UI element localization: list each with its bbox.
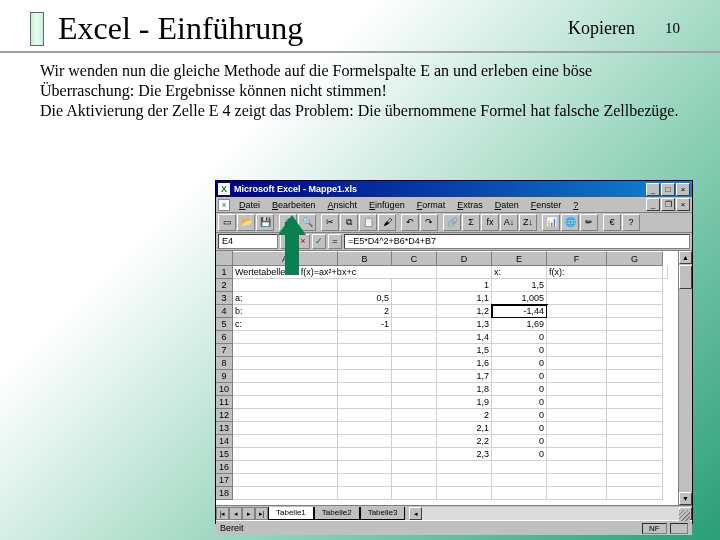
cell[interactable]: 0 [492, 357, 547, 370]
hyperlink-icon[interactable]: 🔗 [443, 214, 461, 231]
doc-restore-button[interactable]: ❐ [661, 198, 675, 211]
cell[interactable] [547, 409, 607, 422]
cell[interactable] [547, 318, 607, 331]
cell[interactable] [547, 370, 607, 383]
cell[interactable] [392, 487, 437, 500]
cell[interactable] [392, 370, 437, 383]
cell[interactable] [233, 474, 338, 487]
cell[interactable] [437, 266, 492, 279]
cell[interactable] [392, 318, 437, 331]
cell[interactable]: 1,8 [437, 383, 492, 396]
cell[interactable]: 1,4 [437, 331, 492, 344]
scroll-thumb[interactable] [679, 265, 692, 289]
cell[interactable] [547, 422, 607, 435]
cell[interactable]: 1,7 [437, 370, 492, 383]
select-all-corner[interactable] [216, 251, 233, 266]
cell[interactable] [547, 461, 607, 474]
row-header-7[interactable]: 7 [216, 344, 233, 357]
formula-input[interactable]: =E5*D4^2+B6*D4+B7 [344, 234, 690, 249]
cell[interactable] [233, 357, 338, 370]
cell[interactable]: 1,5 [492, 279, 547, 292]
cell[interactable] [392, 357, 437, 370]
cell[interactable] [547, 487, 607, 500]
menu-bearbeiten[interactable]: Bearbeiten [266, 200, 322, 210]
format-painter-icon[interactable]: 🖌 [378, 214, 396, 231]
menu-einfügen[interactable]: Einfügen [363, 200, 411, 210]
col-header-F[interactable]: F [547, 251, 607, 266]
scroll-left-icon[interactable]: ◂ [409, 507, 422, 520]
cell[interactable]: 2 [338, 305, 392, 318]
titlebar[interactable]: X Microsoft Excel - Mappe1.xls _ □ × [216, 181, 692, 197]
tab-last-icon[interactable]: ▸| [255, 507, 268, 520]
cell[interactable]: 1,3 [437, 318, 492, 331]
cell[interactable] [607, 370, 663, 383]
cell[interactable] [233, 461, 338, 474]
cell[interactable]: f(x): [547, 266, 607, 279]
cell[interactable]: 0 [492, 344, 547, 357]
cell[interactable] [392, 279, 437, 292]
cell[interactable] [338, 383, 392, 396]
scroll-down-icon[interactable]: ▼ [679, 492, 692, 505]
autosum-icon[interactable]: Σ [462, 214, 480, 231]
cell[interactable]: 0 [492, 331, 547, 344]
cut-icon[interactable]: ✂ [321, 214, 339, 231]
cell[interactable] [547, 357, 607, 370]
open-file-icon[interactable]: 📂 [237, 214, 255, 231]
menu-format[interactable]: Format [411, 200, 452, 210]
cell[interactable] [607, 331, 663, 344]
cell[interactable]: Wertetabelle für f(x)=ax²+bx+c [233, 266, 437, 279]
cell[interactable] [607, 487, 663, 500]
name-box[interactable]: E4 [218, 234, 278, 249]
row-header-3[interactable]: 3 [216, 292, 233, 305]
cell[interactable]: c: [233, 318, 338, 331]
cell[interactable] [607, 422, 663, 435]
col-header-G[interactable]: G [607, 251, 663, 266]
doc-minimize-button[interactable]: _ [646, 198, 660, 211]
cell[interactable] [392, 331, 437, 344]
row-header-18[interactable]: 18 [216, 487, 233, 500]
col-header-E[interactable]: E [492, 251, 547, 266]
doc-close-button[interactable]: × [676, 198, 690, 211]
cell[interactable] [338, 461, 392, 474]
row-header-4[interactable]: 4 [216, 305, 233, 318]
edit-formula-icon[interactable]: = [328, 234, 342, 249]
row-header-15[interactable]: 15 [216, 448, 233, 461]
cell[interactable] [607, 383, 663, 396]
cell[interactable] [607, 448, 663, 461]
menu-?[interactable]: ? [567, 200, 584, 210]
cell[interactable] [233, 487, 338, 500]
cell[interactable] [233, 331, 338, 344]
cell[interactable]: 0 [492, 422, 547, 435]
cell[interactable]: 2 [437, 409, 492, 422]
cell[interactable] [233, 422, 338, 435]
sheet-tab-tabelle1[interactable]: Tabelle1 [268, 507, 314, 520]
cell[interactable] [233, 344, 338, 357]
cell[interactable] [392, 448, 437, 461]
document-icon[interactable]: x [218, 199, 230, 211]
row-header-13[interactable]: 13 [216, 422, 233, 435]
cell[interactable] [338, 279, 392, 292]
cell[interactable] [338, 331, 392, 344]
cell[interactable] [392, 422, 437, 435]
row-header-8[interactable]: 8 [216, 357, 233, 370]
cell[interactable] [547, 331, 607, 344]
row-header-17[interactable]: 17 [216, 474, 233, 487]
cell[interactable] [607, 409, 663, 422]
close-button[interactable]: × [676, 183, 690, 196]
cell[interactable] [547, 396, 607, 409]
cell[interactable] [392, 305, 437, 318]
cell[interactable] [607, 461, 663, 474]
cell[interactable] [547, 435, 607, 448]
cell[interactable]: 0 [492, 370, 547, 383]
resize-grip-icon[interactable] [679, 510, 690, 521]
cell[interactable] [338, 487, 392, 500]
cell[interactable]: 1,5 [437, 344, 492, 357]
cell[interactable] [547, 383, 607, 396]
sort-asc-icon[interactable]: A↓ [500, 214, 518, 231]
cell[interactable] [233, 396, 338, 409]
paste-icon[interactable]: 📋 [359, 214, 377, 231]
cell[interactable] [392, 409, 437, 422]
cell[interactable]: 1,2 [437, 305, 492, 318]
cell[interactable]: 1,1 [437, 292, 492, 305]
cell[interactable]: 0 [492, 435, 547, 448]
